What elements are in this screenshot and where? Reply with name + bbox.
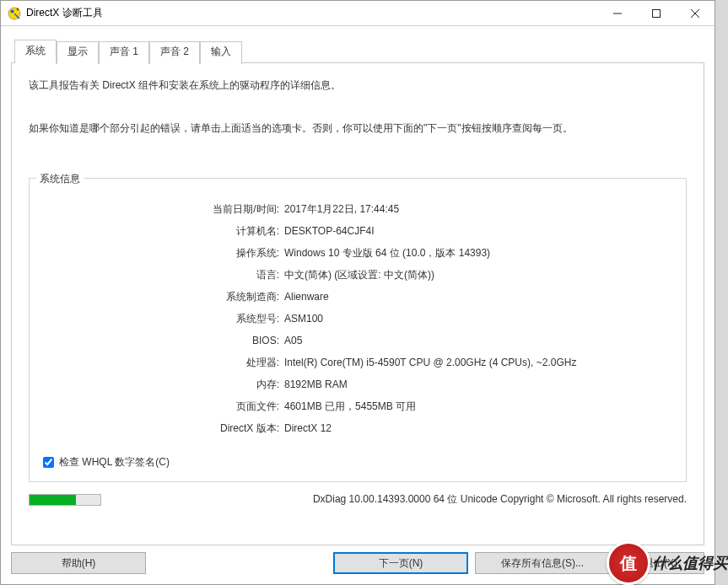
whql-checkbox[interactable] (43, 457, 54, 468)
field-directx: DirectX 版本: DirectX 12 (43, 420, 672, 437)
window-title: DirectX 诊断工具 (26, 6, 103, 20)
field-label: 语言: (43, 266, 284, 283)
field-label: 计算机名: (43, 223, 284, 239)
field-value: 中文(简体) (区域设置: 中文(简体)) (284, 266, 672, 283)
field-value: Alienware (284, 288, 672, 305)
field-computer: 计算机名: DESKTOP-64CJF4I (43, 223, 672, 239)
field-processor: 处理器: Intel(R) Core(TM) i5-4590T CPU @ 2.… (43, 354, 672, 371)
minimize-button[interactable] (598, 1, 637, 25)
field-value: 2017年1月22日, 17:44:45 (284, 201, 672, 217)
tab-system[interactable]: 系统 (14, 40, 57, 63)
intro-text-2: 如果你知道是哪个部分引起的错误，请单击上面适当的选项卡。否则，你可以使用下面的"… (29, 121, 687, 136)
progress-fill (30, 495, 76, 505)
whql-checkbox-label: 检查 WHQL 数字签名(C) (59, 455, 170, 470)
field-value: 4601MB 已用，5455MB 可用 (284, 398, 672, 415)
field-value: 8192MB RAM (284, 376, 672, 393)
field-manufacturer: 系统制造商: Alienware (43, 288, 672, 305)
field-os: 操作系统: Windows 10 专业版 64 位 (10.0，版本 14393… (43, 244, 672, 261)
field-label: DirectX 版本: (43, 420, 284, 437)
maximize-button[interactable] (637, 1, 676, 25)
copyright-text: DxDiag 10.00.14393.0000 64 位 Unicode Cop… (313, 492, 687, 507)
client-area: 系统 显示 声音 1 声音 2 输入 该工具报告有关 DirectX 组件和安装… (1, 26, 715, 584)
field-value: ASM100 (284, 310, 672, 327)
exit-button[interactable]: 退出(X) (617, 552, 704, 574)
field-value: DESKTOP-64CJF4I (284, 223, 672, 239)
svg-rect-3 (653, 9, 661, 17)
svg-point-1 (11, 9, 14, 13)
tab-input[interactable]: 输入 (200, 41, 242, 64)
button-bar: 帮助(H) 下一页(N) 保存所有信息(S)... 退出(X) (11, 552, 704, 574)
field-model: 系统型号: ASM100 (43, 310, 672, 327)
field-value: Intel(R) Core(TM) i5-4590T CPU @ 2.00GHz… (284, 354, 672, 371)
field-memory: 内存: 8192MB RAM (43, 376, 672, 393)
field-bios: BIOS: A05 (43, 332, 672, 349)
group-title: 系统信息 (36, 172, 84, 186)
help-button[interactable]: 帮助(H) (11, 552, 146, 574)
field-label: 操作系统: (43, 244, 284, 261)
tab-sound1[interactable]: 声音 1 (99, 41, 149, 64)
field-label: 处理器: (43, 354, 284, 371)
tab-panel-system: 该工具报告有关 DirectX 组件和安装在系统上的驱动程序的详细信息。 如果你… (11, 62, 704, 545)
field-label: 系统型号: (43, 310, 284, 327)
tab-display[interactable]: 显示 (57, 41, 99, 64)
field-value: A05 (284, 332, 672, 349)
field-list: 当前日期/时间: 2017年1月22日, 17:44:45 计算机名: DESK… (43, 201, 672, 437)
app-icon (8, 7, 21, 20)
field-pagefile: 页面文件: 4601MB 已用，5455MB 可用 (43, 398, 672, 415)
next-page-button[interactable]: 下一页(N) (333, 552, 468, 574)
field-label: BIOS: (43, 332, 284, 349)
field-label: 当前日期/时间: (43, 201, 284, 217)
bottom-info-row: DxDiag 10.00.14393.0000 64 位 Unicode Cop… (29, 492, 687, 507)
system-info-group: 系统信息 当前日期/时间: 2017年1月22日, 17:44:45 计算机名:… (29, 178, 687, 482)
tab-sound2[interactable]: 声音 2 (149, 41, 200, 64)
field-label: 内存: (43, 376, 284, 393)
whql-checkbox-row[interactable]: 检查 WHQL 数字签名(C) (43, 455, 672, 470)
save-all-button[interactable]: 保存所有信息(S)... (475, 552, 610, 574)
field-language: 语言: 中文(简体) (区域设置: 中文(简体)) (43, 266, 672, 283)
field-label: 页面文件: (43, 398, 284, 415)
field-datetime: 当前日期/时间: 2017年1月22日, 17:44:45 (43, 201, 672, 217)
close-button[interactable] (676, 1, 715, 25)
titlebar[interactable]: DirectX 诊断工具 (1, 1, 715, 26)
field-value: Windows 10 专业版 64 位 (10.0，版本 14393) (284, 244, 672, 261)
progress-bar (29, 494, 101, 506)
intro-text-1: 该工具报告有关 DirectX 组件和安装在系统上的驱动程序的详细信息。 (29, 78, 687, 93)
field-value: DirectX 12 (284, 420, 672, 437)
field-label: 系统制造商: (43, 288, 284, 305)
window-frame: DirectX 诊断工具 系统 显示 声音 1 声音 2 输入 该工具报告有关 … (0, 0, 715, 585)
tab-strip: 系统 显示 声音 1 声音 2 输入 (14, 40, 704, 62)
